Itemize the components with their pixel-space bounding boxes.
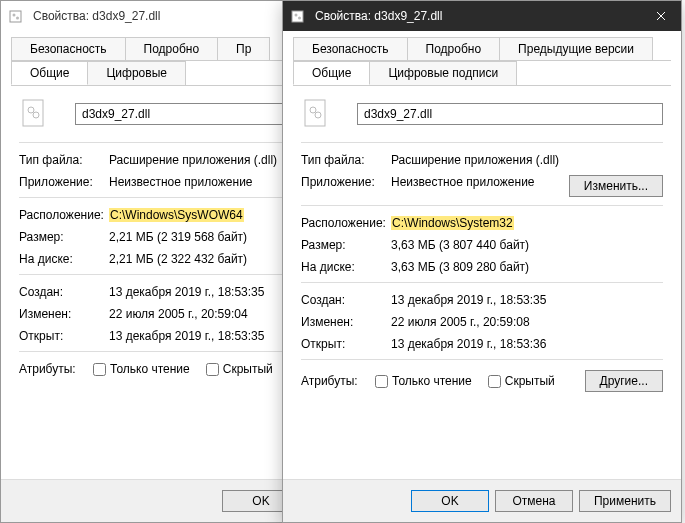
size-value: 3,63 МБ (3 807 440 байт) (391, 238, 663, 252)
window-title: Свойства: d3dx9_27.dll (315, 9, 641, 23)
tab-signatures[interactable]: Цифровые подписи (369, 61, 517, 85)
close-button[interactable] (641, 1, 681, 31)
attributes-label: Атрибуты: (301, 374, 375, 388)
opened-label: Открыт: (301, 337, 391, 351)
app-value: Неизвестное приложение (391, 175, 561, 189)
separator (301, 205, 663, 206)
filename-input[interactable] (357, 103, 663, 125)
location-label: Расположение: (301, 216, 391, 230)
hidden-label: Скрытый (505, 374, 555, 388)
ondisk-value: 3,63 МБ (3 809 280 байт) (391, 260, 663, 274)
app-label: Приложение: (19, 175, 109, 189)
tab-details[interactable]: Подробно (407, 37, 501, 60)
app-icon (9, 8, 25, 24)
readonly-label: Только чтение (110, 362, 190, 376)
cancel-button[interactable]: Отмена (495, 490, 573, 512)
created-label: Создан: (301, 293, 391, 307)
hidden-checkbox[interactable]: Скрытый (488, 374, 555, 388)
svg-rect-6 (292, 11, 303, 22)
ondisk-label: На диске: (301, 260, 391, 274)
modified-value: 22 июля 2005 г., 20:59:08 (391, 315, 663, 329)
ondisk-label: На диске: (19, 252, 109, 266)
opened-value: 13 декабря 2019 г., 18:53:36 (391, 337, 663, 351)
modified-label: Изменен: (19, 307, 109, 321)
app-label: Приложение: (301, 175, 391, 189)
tab-signatures-cut[interactable]: Цифровые (87, 61, 185, 85)
location-highlight: C:\Windows\System32 (391, 216, 514, 230)
tab-prev-cut[interactable]: Пр (217, 37, 270, 60)
titlebar[interactable]: Свойства: d3dx9_27.dll (283, 1, 681, 31)
size-label: Размер: (19, 230, 109, 244)
filetype-label: Тип файла: (19, 153, 109, 167)
tab-previous-versions[interactable]: Предыдущие версии (499, 37, 653, 60)
svg-point-8 (298, 17, 301, 20)
file-icon (19, 98, 51, 130)
tab-security[interactable]: Безопасность (293, 37, 408, 60)
readonly-label: Только чтение (392, 374, 472, 388)
file-icon (301, 98, 333, 130)
tab-security[interactable]: Безопасность (11, 37, 126, 60)
readonly-checkbox[interactable]: Только чтение (93, 362, 190, 376)
modified-label: Изменен: (301, 315, 391, 329)
size-label: Размер: (301, 238, 391, 252)
separator (301, 282, 663, 283)
separator (301, 142, 663, 143)
tabs-row-top: Безопасность Подробно Предыдущие версии (293, 37, 671, 61)
apply-button[interactable]: Применить (579, 490, 671, 512)
opened-label: Открыт: (19, 329, 109, 343)
svg-rect-9 (305, 100, 325, 126)
svg-point-2 (16, 17, 19, 20)
attributes-label: Атрибуты: (19, 362, 93, 376)
svg-point-1 (13, 14, 16, 17)
app-icon (291, 8, 307, 24)
readonly-checkbox[interactable]: Только чтение (375, 374, 472, 388)
tabs-row-bottom: Общие Цифровые подписи (293, 61, 671, 86)
filetype-label: Тип файла: (301, 153, 391, 167)
ok-button[interactable]: OK (411, 490, 489, 512)
tab-content: Тип файла:Расширение приложения (.dll) П… (283, 86, 681, 400)
filetype-value: Расширение приложения (.dll) (391, 153, 663, 167)
created-value: 13 декабря 2019 г., 18:53:35 (391, 293, 663, 307)
svg-rect-3 (23, 100, 43, 126)
svg-point-7 (295, 14, 298, 17)
tab-general[interactable]: Общие (11, 61, 88, 85)
separator (301, 359, 663, 360)
location-highlight: C:\Windows\SysWOW64 (109, 208, 244, 222)
tab-details[interactable]: Подробно (125, 37, 219, 60)
svg-rect-0 (10, 11, 21, 22)
location-label: Расположение: (19, 208, 109, 222)
dialog-footer: OK Отмена Применить (283, 479, 681, 522)
tab-general[interactable]: Общие (293, 61, 370, 85)
properties-dialog-front: Свойства: d3dx9_27.dll Безопасность Подр… (282, 0, 682, 523)
created-label: Создан: (19, 285, 109, 299)
change-button[interactable]: Изменить... (569, 175, 663, 197)
hidden-checkbox[interactable]: Скрытый (206, 362, 273, 376)
hidden-label: Скрытый (223, 362, 273, 376)
location-value: C:\Windows\System32 (391, 216, 663, 230)
other-button[interactable]: Другие... (585, 370, 663, 392)
